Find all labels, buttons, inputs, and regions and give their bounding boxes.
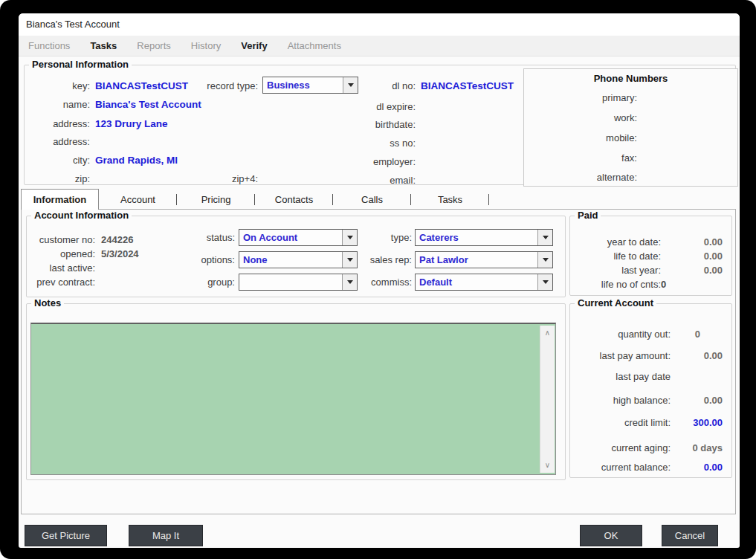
menu-tasks[interactable]: Tasks xyxy=(90,40,117,51)
customer-account-window: Bianca's Test Account Functions Tasks Re… xyxy=(19,13,740,548)
name-value: Bianca's Test Account xyxy=(95,99,201,110)
sales-rep-dropdown[interactable]: Pat Lawlor xyxy=(415,251,553,268)
phone-numbers-group: Phone Numbers primary: work: mobile: fax… xyxy=(523,68,738,187)
menu-functions[interactable]: Functions xyxy=(28,40,70,51)
opened-value: 5/3/2024 xyxy=(101,248,139,259)
type-label: type: xyxy=(339,230,412,245)
type-dropdown-value: Caterers xyxy=(416,232,537,243)
key-label: key: xyxy=(29,79,90,94)
tab-pricing[interactable]: Pricing xyxy=(177,191,255,210)
title-bar: Bianca's Test Account xyxy=(19,13,740,36)
commiss-dropdown-value: Default xyxy=(416,277,537,288)
tab-account[interactable]: Account xyxy=(99,191,177,210)
notes-title: Notes xyxy=(31,297,64,308)
tab-contacts[interactable]: Contacts xyxy=(255,191,333,210)
year-to-date-label: year to date: xyxy=(570,235,661,250)
scroll-up-icon[interactable]: ∧ xyxy=(540,327,555,339)
last-year-value: 0.00 xyxy=(704,263,723,278)
account-information-group: Account Information customer no:244226 o… xyxy=(26,216,566,297)
opened-label: opened: xyxy=(30,247,95,262)
mobile-phone-label: mobile: xyxy=(524,131,637,146)
life-to-date-label: life to date: xyxy=(570,249,661,264)
customer-no-label: customer no: xyxy=(30,233,95,248)
zip4-label: zip+4: xyxy=(196,172,258,187)
address1-label: address: xyxy=(29,117,90,132)
account-information-title: Account Information xyxy=(31,210,132,221)
scroll-down-icon[interactable]: ∨ xyxy=(540,459,555,471)
menu-attachments[interactable]: Attachments xyxy=(288,40,341,51)
address2-label: address: xyxy=(29,135,90,149)
life-to-date-value: 0.00 xyxy=(704,249,723,264)
current-balance-value: 0.00 xyxy=(704,460,723,475)
personal-information-group: Personal Information key:BIANCASTestCUST… xyxy=(24,65,736,185)
chevron-down-icon[interactable] xyxy=(537,230,552,245)
quantity-out-value: 0 xyxy=(695,327,700,342)
sales-rep-label: sales rep: xyxy=(339,253,412,268)
ok-button[interactable]: OK xyxy=(580,525,642,546)
name-label: name: xyxy=(29,97,90,112)
tab-tasks[interactable]: Tasks xyxy=(411,191,489,210)
city-value: Grand Rapids, MI xyxy=(95,155,178,166)
menu-history[interactable]: History xyxy=(191,40,221,51)
key-value: BIANCASTestCUST xyxy=(95,80,188,91)
birthdate-label: birthdate: xyxy=(311,117,416,132)
group-label: group: xyxy=(161,275,235,290)
notes-scrollbar[interactable]: ∧ ∨ xyxy=(540,326,555,473)
options-dropdown-value: None xyxy=(239,254,342,265)
last-pay-date-label: last pay date xyxy=(570,369,671,384)
current-balance-label: current balance: xyxy=(570,460,671,475)
last-pay-amount-label: last pay amount: xyxy=(570,349,671,363)
status-dropdown-value: On Account xyxy=(239,232,342,243)
customer-no-value: 244226 xyxy=(101,234,133,245)
alternate-phone-label: alternate: xyxy=(524,170,637,185)
city-label: city: xyxy=(29,153,90,168)
get-picture-button[interactable]: Get Picture xyxy=(25,525,107,546)
paid-title: Paid xyxy=(575,210,601,221)
current-account-title: Current Account xyxy=(575,297,656,308)
address1-value: 123 Drury Lane xyxy=(95,118,168,129)
life-no-of-cnts-label: life no of cnts: xyxy=(570,277,661,292)
commiss-label: commiss: xyxy=(339,275,412,290)
credit-limit-value: 300.00 xyxy=(693,416,723,430)
credit-limit-label: credit limit: xyxy=(570,416,671,430)
notes-group: Notes ∧ ∨ xyxy=(26,303,566,480)
dl-no-value: BIANCASTestCUST xyxy=(421,80,514,91)
tab-information[interactable]: Information xyxy=(21,189,99,210)
information-tab-panel: Account Information customer no:244226 o… xyxy=(21,209,736,514)
map-it-button[interactable]: Map It xyxy=(129,525,203,546)
dl-no-label: dl no: xyxy=(311,79,416,94)
primary-phone-label: primary: xyxy=(524,91,637,106)
commiss-dropdown[interactable]: Default xyxy=(415,274,553,291)
dl-expire-label: dl expire: xyxy=(311,100,416,114)
ss-no-label: ss no: xyxy=(311,136,416,151)
phone-numbers-title: Phone Numbers xyxy=(524,69,737,84)
life-no-of-cnts-value: 0 xyxy=(661,279,666,290)
year-to-date-value: 0.00 xyxy=(704,235,723,250)
last-year-label: last year: xyxy=(570,263,661,278)
last-pay-amount-value: 0.00 xyxy=(704,349,723,363)
window-title: Bianca's Test Account xyxy=(26,13,120,36)
tab-calls[interactable]: Calls xyxy=(333,191,411,210)
current-aging-value: 0 days xyxy=(693,441,723,456)
type-dropdown[interactable]: Caterers xyxy=(415,229,553,246)
high-balance-value: 0.00 xyxy=(704,393,723,408)
tab-strip: Information Account Pricing Contacts Cal… xyxy=(21,189,489,210)
employer-label: employer: xyxy=(311,155,416,169)
menu-verify[interactable]: Verify xyxy=(241,40,267,51)
fax-phone-label: fax: xyxy=(524,151,637,166)
current-aging-label: current aging: xyxy=(570,441,671,456)
chevron-down-icon[interactable] xyxy=(537,274,552,290)
cancel-button[interactable]: Cancel xyxy=(662,525,718,546)
sales-rep-dropdown-value: Pat Lawlor xyxy=(416,254,537,265)
zip-label: zip: xyxy=(29,172,90,187)
chevron-down-icon[interactable] xyxy=(537,252,552,268)
prev-contract-label: prev contract: xyxy=(30,275,95,290)
options-label: options: xyxy=(161,253,235,268)
email-label: email: xyxy=(311,173,416,188)
last-active-label: last active: xyxy=(30,261,95,276)
personal-information-title: Personal Information xyxy=(29,59,132,70)
menu-reports[interactable]: Reports xyxy=(137,40,171,51)
quantity-out-label: quantity out: xyxy=(570,327,671,342)
notes-textarea[interactable]: ∧ ∨ xyxy=(30,323,556,475)
status-label: status: xyxy=(161,230,235,245)
